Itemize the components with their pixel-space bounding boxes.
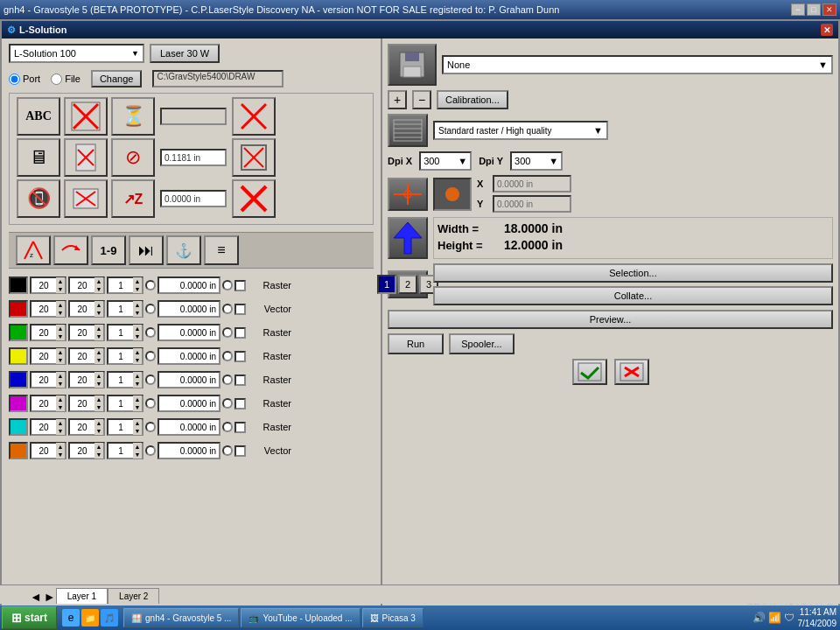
taskbar-gravostyle[interactable]: 🪟 gnh4 - Gravostyle 5 ... <box>123 608 239 627</box>
num-input-6[interactable] <box>158 418 220 436</box>
checkbox-2[interactable] <box>234 327 246 339</box>
folder-icon[interactable]: 📁 <box>81 609 99 626</box>
checkbox-4[interactable] <box>234 374 246 386</box>
spin1-0[interactable]: 20 ▲▼ <box>30 276 66 294</box>
radio2-0[interactable] <box>222 280 233 290</box>
radio2-6[interactable] <box>222 422 233 432</box>
spin1-2[interactable]: 20 ▲▼ <box>30 324 66 341</box>
port-radio[interactable] <box>9 74 20 85</box>
taskbar-youtube[interactable]: 📺 YouTube - Uploaded ... <box>241 608 360 627</box>
minimize-button[interactable]: − <box>791 4 805 16</box>
color-swatch-2[interactable] <box>9 324 28 341</box>
x-mark-icon-btn[interactable] <box>64 97 108 136</box>
color-swatch-3[interactable] <box>9 347 28 365</box>
spin1-6[interactable]: 20 ▲▼ <box>30 418 66 436</box>
scissors-x-icon-btn[interactable] <box>232 97 276 136</box>
value1-input-cell[interactable] <box>158 138 228 177</box>
radio-3[interactable] <box>145 351 156 361</box>
color-swatch-7[interactable] <box>9 442 28 459</box>
spin3-0[interactable]: 1 ▲▼ <box>107 276 144 294</box>
start-button[interactable]: ⊞ start <box>2 606 57 629</box>
radio-4[interactable] <box>145 374 156 385</box>
color-swatch-5[interactable] <box>9 395 28 412</box>
value2-input-cell[interactable] <box>158 179 228 218</box>
spin2-3[interactable]: 20 ▲▼ <box>68 347 105 365</box>
none-combo[interactable]: None ▼ <box>442 55 833 74</box>
collate-button[interactable]: Collate... <box>433 286 833 305</box>
page-icon-btn[interactable]: 1 2 3 <box>388 270 428 298</box>
hourglass-icon-btn[interactable]: ⏳ <box>111 97 155 136</box>
spin3-1[interactable]: 1 ▲▼ <box>107 300 144 318</box>
dpi-y-combo[interactable]: 300 ▼ <box>510 151 563 171</box>
spin3-3[interactable]: 1 ▲▼ <box>107 347 144 365</box>
img-x-icon-btn[interactable] <box>64 179 108 218</box>
change-button[interactable]: Change <box>91 70 143 88</box>
tool-btn-2[interactable] <box>53 235 88 265</box>
spin2-6[interactable]: 20 ▲▼ <box>68 418 105 436</box>
checkbox-5[interactable] <box>234 398 246 410</box>
spin3-5[interactable]: 1 ▲▼ <box>107 395 144 412</box>
dialog-close-button[interactable]: ✕ <box>821 24 833 36</box>
spooler-button[interactable]: Spooler... <box>449 333 514 354</box>
plus-button[interactable]: + <box>388 90 407 109</box>
spin2-5[interactable]: 20 ▲▼ <box>68 395 105 412</box>
taskbar-picasa[interactable]: 🖼 Picasa 3 <box>362 608 424 627</box>
abc-icon-btn[interactable]: ABC <box>17 97 60 136</box>
text-input-cell[interactable] <box>158 97 228 136</box>
doc-x-icon-btn[interactable] <box>64 138 108 177</box>
num-input-1[interactable] <box>158 300 220 318</box>
text-value-input[interactable] <box>160 108 227 125</box>
spin3-4[interactable]: 1 ▲▼ <box>107 371 144 388</box>
layer2-tab[interactable]: Layer 2 <box>108 588 159 604</box>
scroll-left-icon[interactable]: ◄ <box>30 590 42 604</box>
color-swatch-0[interactable] <box>9 276 28 294</box>
speaker-icon[interactable]: 🔊 <box>752 612 766 624</box>
tool-btn-1[interactable]: z <box>16 235 51 265</box>
num-input-7[interactable] <box>158 442 220 459</box>
y-input[interactable] <box>493 195 571 213</box>
red-x-icon-btn[interactable] <box>232 179 276 218</box>
wh-icon-btn[interactable] <box>388 217 428 259</box>
tool-btn-4[interactable]: ⏭ <box>129 235 164 265</box>
color-swatch-4[interactable] <box>9 371 28 388</box>
minus-button[interactable]: − <box>412 90 431 109</box>
num-input-5[interactable] <box>158 395 220 412</box>
z-arrow-icon-btn[interactable]: ↗Z <box>111 179 155 218</box>
checkbox-0[interactable] <box>234 280 246 291</box>
laser-button[interactable]: Laser 30 W <box>150 44 220 63</box>
radio2-7[interactable] <box>222 445 233 456</box>
radio-7[interactable] <box>145 445 156 456</box>
num-input-4[interactable] <box>158 371 220 388</box>
color-swatch-1[interactable] <box>9 300 28 318</box>
spin3-6[interactable]: 1 ▲▼ <box>107 418 144 436</box>
tool-btn-5[interactable]: ⚓ <box>166 235 201 265</box>
spin3-2[interactable]: 1 ▲▼ <box>107 324 144 341</box>
radio-2[interactable] <box>145 327 156 338</box>
checkbox-6[interactable] <box>234 422 246 433</box>
dpi-x-combo[interactable]: 300 ▼ <box>419 151 472 171</box>
save-icon-btn[interactable] <box>388 44 437 86</box>
run-button[interactable]: Run <box>388 333 444 354</box>
spin2-2[interactable]: 20 ▲▼ <box>68 324 105 341</box>
checkbox-3[interactable] <box>234 351 246 362</box>
selection-button[interactable]: Selection... <box>433 263 833 283</box>
preview-button[interactable]: Preview... <box>388 310 833 329</box>
radio2-4[interactable] <box>222 374 233 385</box>
monitor-icon-btn[interactable]: 🖥 <box>17 138 60 177</box>
radio-0[interactable] <box>145 280 156 290</box>
page-num-1[interactable]: 1 <box>377 275 396 294</box>
tool-btn-3[interactable]: 1-9 <box>91 235 126 265</box>
tool-btn-6[interactable]: ≡ <box>204 235 239 265</box>
security-icon[interactable]: 🛡 <box>784 612 794 624</box>
cancel-button[interactable] <box>614 359 649 385</box>
layer1-tab[interactable]: Layer 1 <box>56 588 108 604</box>
scroll-right-icon[interactable]: ► <box>44 590 56 604</box>
crosshair-icon-btn[interactable] <box>388 178 428 211</box>
spin2-0[interactable]: 20 ▲▼ <box>68 276 105 294</box>
raster-icon-btn[interactable] <box>388 114 428 147</box>
spin2-1[interactable]: 20 ▲▼ <box>68 300 105 318</box>
color-swatch-6[interactable] <box>9 418 28 436</box>
spin2-4[interactable]: 20 ▲▼ <box>68 371 105 388</box>
num-input-3[interactable] <box>158 347 220 365</box>
radio-1[interactable] <box>145 304 156 314</box>
